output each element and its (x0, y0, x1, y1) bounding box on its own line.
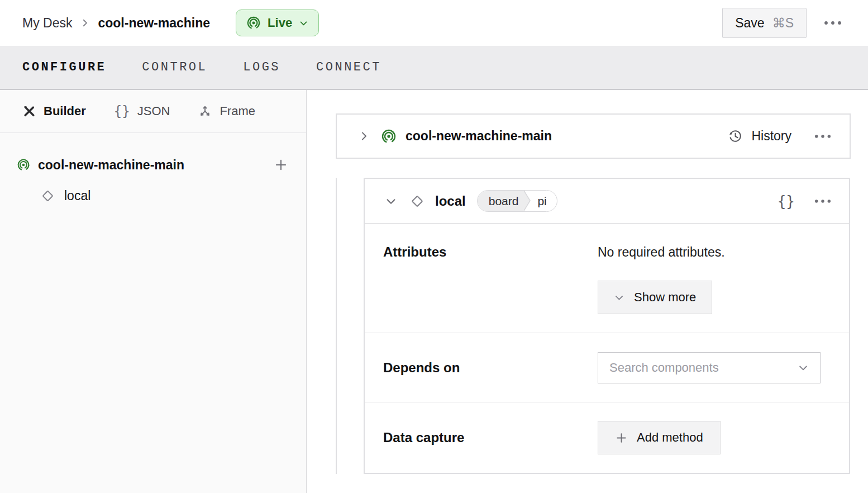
builder-icon (22, 105, 36, 118)
view-mode-switcher: Builder {} JSON Frame (0, 90, 306, 133)
topbar-actions: Save ⌘S (722, 8, 846, 38)
topbar: My Desk cool-new-machine Live Save ⌘S (0, 0, 868, 46)
component-card-header: local board pi {} (365, 179, 849, 224)
attributes-label: Attributes (383, 244, 598, 260)
live-icon (246, 16, 261, 30)
mode-json-label: JSON (137, 104, 170, 118)
main-panel: cool-new-machine-main History (307, 90, 868, 493)
badge-type-label: board (478, 191, 524, 211)
topbar-overflow-icon (823, 21, 842, 25)
add-method-button[interactable]: Add method (598, 421, 721, 454)
mode-json[interactable]: {} JSON (114, 103, 170, 119)
expand-icon (358, 130, 370, 142)
add-method-label: Add method (637, 430, 703, 445)
save-button[interactable]: Save ⌘S (722, 8, 807, 38)
breadcrumb: My Desk cool-new-machine (22, 16, 210, 31)
tab-control[interactable]: CONTROL (142, 56, 207, 79)
sidebar: Builder {} JSON Frame (0, 90, 307, 493)
frame-icon (198, 104, 212, 118)
content: Builder {} JSON Frame (0, 90, 868, 493)
data-capture-label: Data capture (383, 430, 598, 445)
tree-item-machine-part[interactable]: cool-new-machine-main (0, 151, 306, 178)
breadcrumb-separator-icon (80, 18, 90, 28)
depends-on-select[interactable]: Search components (598, 352, 821, 383)
component-icon (409, 193, 425, 209)
machine-part-icon (381, 129, 397, 144)
live-status-button[interactable]: Live (236, 10, 319, 36)
tree-connector-line (336, 178, 337, 474)
history-button[interactable]: History (728, 129, 791, 144)
expand-machine-card-button[interactable] (355, 127, 373, 145)
show-more-button[interactable]: Show more (598, 281, 712, 314)
tab-connect[interactable]: CONNECT (316, 56, 381, 79)
collapse-component-card-button[interactable] (381, 192, 400, 211)
json-icon: {} (114, 103, 130, 119)
mode-frame-label: Frame (220, 104, 255, 118)
attributes-empty-text: No required attributes. (598, 244, 725, 260)
component-icon (40, 188, 55, 203)
topbar-overflow-button[interactable] (820, 17, 846, 29)
tabbar: CONFIGURE CONTROL LOGS CONNECT (0, 46, 868, 90)
component-card-local: local board pi {} Attribu (364, 178, 850, 474)
machine-tree: cool-new-machine-main local (0, 133, 306, 208)
history-icon (728, 129, 743, 144)
component-card-title: local (435, 193, 466, 209)
machine-card-overflow-button[interactable] (810, 131, 835, 142)
tab-configure[interactable]: CONFIGURE (22, 56, 106, 79)
breadcrumb-parent-link[interactable]: My Desk (22, 16, 72, 31)
section-data-capture: Data capture Add method (365, 402, 849, 473)
tree-item-local[interactable]: local (0, 183, 306, 208)
save-button-label: Save (735, 16, 764, 31)
section-depends-on: Depends on Search components (365, 333, 849, 402)
tree-machine-label: cool-new-machine-main (38, 158, 184, 173)
json-view-icon[interactable]: {} (778, 193, 795, 210)
history-label: History (751, 129, 791, 144)
machine-card-title: cool-new-machine-main (406, 129, 552, 144)
tree-local-label: local (64, 188, 90, 203)
show-more-label: Show more (634, 290, 696, 305)
card-overflow-icon (814, 199, 832, 203)
add-component-button[interactable] (270, 154, 292, 176)
depends-on-placeholder: Search components (609, 361, 719, 375)
depends-on-label: Depends on (383, 360, 598, 376)
live-label: Live (268, 16, 292, 30)
badge-model-label: pi (532, 191, 556, 211)
add-method-icon (615, 432, 628, 444)
card-overflow-icon (814, 134, 832, 139)
collapse-icon (385, 195, 397, 207)
breadcrumb-current: cool-new-machine (98, 16, 210, 31)
badge-separator-icon (524, 191, 532, 211)
select-chevron-icon (798, 362, 809, 373)
machine-part-icon (17, 158, 30, 172)
machine-part-card: cool-new-machine-main History (336, 113, 851, 159)
mode-builder-label: Builder (44, 104, 86, 118)
section-attributes: Attributes No required attributes. Show … (365, 224, 849, 333)
component-card-overflow-button[interactable] (810, 196, 835, 207)
show-more-chevron-icon (614, 292, 624, 303)
mode-frame[interactable]: Frame (198, 104, 255, 118)
component-type-badge: board pi (477, 190, 557, 212)
tab-logs[interactable]: LOGS (243, 56, 280, 79)
live-chevron-icon (299, 18, 308, 28)
mode-builder[interactable]: Builder (22, 104, 86, 118)
add-part-icon (274, 158, 288, 172)
save-shortcut-hint: ⌘S (772, 16, 794, 31)
